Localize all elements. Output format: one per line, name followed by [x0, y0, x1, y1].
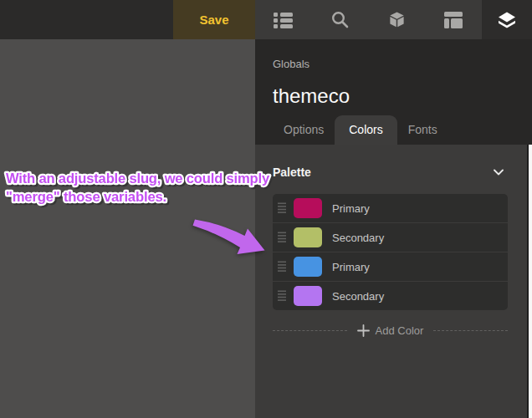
drag-handle-icon[interactable]: [278, 290, 286, 302]
palette-row[interactable]: Primary: [273, 194, 508, 222]
page-edge-strip: [527, 145, 532, 418]
editor-canvas: [0, 39, 255, 418]
toolbar-layers: [482, 0, 532, 39]
main-area: Globals themeco Options Colors Fonts Pal…: [0, 39, 532, 418]
toolbar: Save: [0, 0, 532, 39]
toolbar-icons: [255, 0, 482, 39]
page-title: themeco: [273, 84, 532, 108]
drag-handle-icon[interactable]: [278, 232, 286, 243]
palette-row[interactable]: Secondary: [273, 223, 508, 252]
color-swatch[interactable]: [294, 286, 322, 306]
layers-icon[interactable]: [482, 11, 532, 29]
layout-icon[interactable]: [425, 0, 482, 39]
palette-row[interactable]: Primary: [273, 252, 508, 281]
panel-eyebrow: Globals: [273, 58, 532, 70]
dashed-divider: [433, 330, 508, 331]
add-color-row: Add Color: [273, 324, 508, 337]
tab-fonts[interactable]: Fonts: [397, 115, 448, 145]
color-swatch[interactable]: [294, 198, 322, 218]
search-icon[interactable]: [312, 0, 369, 39]
dashed-divider: [273, 330, 347, 331]
palette-list: Primary Secondary: [273, 194, 508, 310]
chevron-down-icon[interactable]: [494, 169, 504, 176]
toolbar-left-spacer: [0, 0, 173, 39]
palette-section-title: Palette: [273, 166, 311, 179]
tab-options[interactable]: Options: [273, 115, 335, 145]
list-icon[interactable]: [255, 0, 312, 39]
palette-row[interactable]: Secondary: [273, 282, 508, 310]
color-label: Secondary: [332, 290, 384, 303]
panel-content: Palette Primary: [255, 145, 532, 418]
save-button[interactable]: Save: [173, 0, 255, 39]
cube-icon[interactable]: [369, 0, 426, 39]
tab-colors[interactable]: Colors: [335, 115, 396, 145]
add-color-label: Add Color: [376, 324, 424, 337]
color-swatch[interactable]: [294, 257, 322, 277]
add-color-button[interactable]: Add Color: [347, 324, 434, 337]
color-swatch[interactable]: [294, 227, 322, 247]
panel-tabs: Options Colors Fonts: [273, 115, 532, 145]
plus-icon: [357, 324, 370, 337]
globals-panel: Globals themeco Options Colors Fonts Pal…: [255, 39, 532, 418]
palette-section-header[interactable]: Palette: [273, 166, 504, 179]
color-label: Primary: [332, 261, 370, 273]
color-label: Primary: [332, 202, 370, 215]
drag-handle-icon[interactable]: [278, 261, 286, 273]
drag-handle-icon[interactable]: [278, 202, 286, 214]
panel-header: Globals themeco Options Colors Fonts: [255, 39, 532, 145]
color-label: Secondary: [332, 232, 384, 244]
